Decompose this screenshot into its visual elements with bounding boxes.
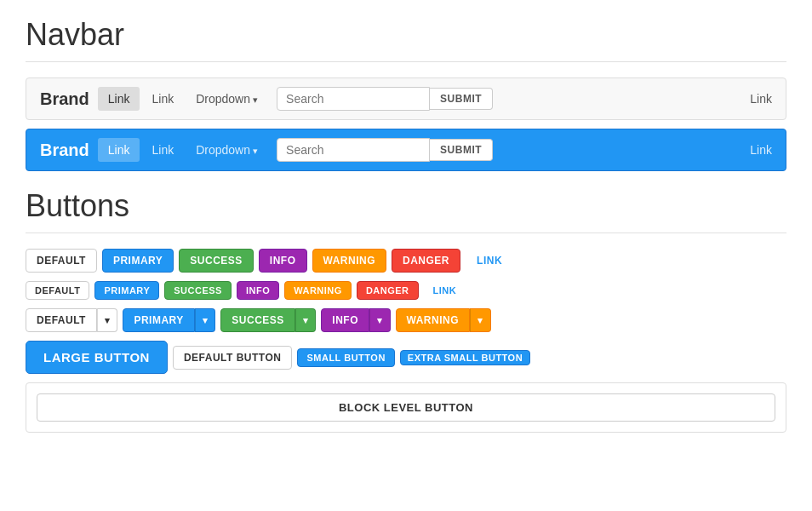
navbar-section-title: Navbar <box>26 17 786 53</box>
split-success: SUCCESS ▾ <box>220 308 316 332</box>
split-primary-main[interactable]: PRIMARY <box>123 308 194 332</box>
btn-link-2[interactable]: LINK <box>424 281 466 300</box>
split-info: INFO ▾ <box>321 308 390 332</box>
navbar-light-submit-button[interactable]: SUBMIT <box>430 88 493 110</box>
navbar-blue-brand[interactable]: Brand <box>40 141 89 160</box>
split-warning: WARNING ▾ <box>396 308 491 332</box>
btn-primary-2[interactable]: PRIMARY <box>94 281 159 300</box>
btn-info-2[interactable]: INFO <box>237 281 279 300</box>
navbar-divider <box>26 61 786 62</box>
navbar-blue-nav: Link Link Dropdown <box>98 138 268 162</box>
navbar-light-right-link[interactable]: Link <box>750 92 772 106</box>
split-default: DEFAULT ▾ <box>26 308 117 332</box>
btn-danger-2[interactable]: DANGER <box>357 281 419 300</box>
navbar-blue-dropdown[interactable]: Dropdown <box>186 138 268 162</box>
split-warning-main[interactable]: WARNING <box>396 308 471 332</box>
navbar-blue-search-form: SUBMIT <box>277 138 750 162</box>
buttons-section: Buttons DEFAULT PRIMARY SUCCESS INFO WAR… <box>26 188 786 433</box>
btn-block-level[interactable]: BLOCK LEVEL BUTTON <box>37 393 775 422</box>
split-default-main[interactable]: DEFAULT <box>26 308 97 332</box>
navbar-light-search-input[interactable] <box>277 87 430 111</box>
navbar-blue-link-active[interactable]: Link <box>98 138 140 162</box>
button-row-2: DEFAULT PRIMARY SUCCESS INFO WARNING DAN… <box>26 281 786 300</box>
navbar-light-dropdown[interactable]: Dropdown <box>186 87 268 111</box>
navbar-blue-submit-button[interactable]: SUBMIT <box>430 139 493 161</box>
block-button-container: BLOCK LEVEL BUTTON <box>26 382 786 433</box>
btn-default-1[interactable]: DEFAULT <box>26 249 97 273</box>
btn-info-1[interactable]: INFO <box>259 249 307 273</box>
btn-danger-1[interactable]: DANGER <box>392 249 460 273</box>
btn-default-2[interactable]: DEFAULT <box>26 281 89 300</box>
navbar-blue-link[interactable]: Link <box>141 138 184 162</box>
navbar-light-link-active[interactable]: Link <box>98 87 140 111</box>
split-success-caret[interactable]: ▾ <box>295 308 317 332</box>
navbar-light-brand[interactable]: Brand <box>40 89 89 109</box>
split-success-main[interactable]: SUCCESS <box>220 308 295 332</box>
split-warning-caret[interactable]: ▾ <box>470 308 491 332</box>
btn-link-1[interactable]: LINK <box>466 249 513 273</box>
btn-warning-1[interactable]: WARNING <box>312 249 387 273</box>
navbar-light-link[interactable]: Link <box>141 87 184 111</box>
navbar-light: Brand Link Link Dropdown SUBMIT Link <box>26 78 786 120</box>
navbar-blue: Brand Link Link Dropdown SUBMIT Link <box>26 129 786 171</box>
navbar-light-search-form: SUBMIT <box>277 87 750 111</box>
btn-success-2[interactable]: SUCCESS <box>164 281 232 300</box>
navbar-light-nav: Link Link Dropdown <box>98 87 268 111</box>
btn-warning-2[interactable]: WARNING <box>284 281 352 300</box>
split-info-caret[interactable]: ▾ <box>369 308 391 332</box>
button-row-1: DEFAULT PRIMARY SUCCESS INFO WARNING DAN… <box>26 249 786 273</box>
split-primary-caret[interactable]: ▾ <box>195 308 216 332</box>
btn-xsmall[interactable]: EXTRA SMALL BUTTON <box>400 350 530 365</box>
navbar-blue-right-link[interactable]: Link <box>750 143 772 157</box>
btn-primary-1[interactable]: PRIMARY <box>102 249 174 273</box>
navbar-blue-search-input[interactable] <box>277 138 430 162</box>
btn-large[interactable]: LARGE BUTTON <box>26 341 168 374</box>
button-row-3: DEFAULT ▾ PRIMARY ▾ SUCCESS ▾ INFO ▾ WAR… <box>26 308 786 332</box>
split-default-caret[interactable]: ▾ <box>97 308 118 332</box>
button-row-4: LARGE BUTTON DEFAULT BUTTON SMALL BUTTON… <box>26 341 786 374</box>
split-info-main[interactable]: INFO <box>321 308 369 332</box>
buttons-divider <box>26 233 786 233</box>
btn-default-size[interactable]: DEFAULT BUTTON <box>173 346 293 370</box>
split-primary: PRIMARY ▾ <box>123 308 215 332</box>
buttons-section-title: Buttons <box>26 188 786 224</box>
btn-small[interactable]: SMALL BUTTON <box>297 348 394 367</box>
btn-success-1[interactable]: SUCCESS <box>179 249 254 273</box>
